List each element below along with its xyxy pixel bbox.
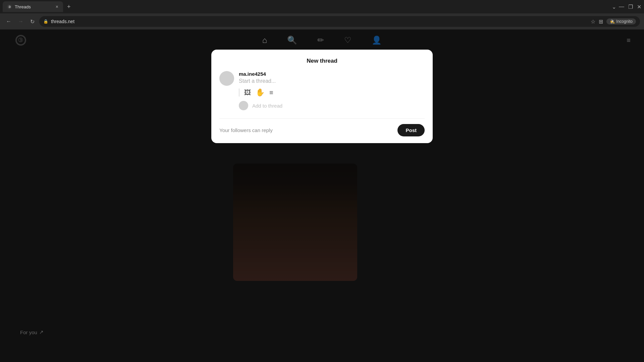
incognito-label: Incognito: [616, 19, 633, 24]
image-attach-icon[interactable]: 🖼: [244, 89, 251, 97]
modal-thread-content: ma.ine4254 Start a thread... 🖼 ✋ ≡ Add t…: [239, 71, 425, 110]
modal-backdrop: New thread ma.ine4254 Start a thread... …: [0, 29, 644, 362]
modal-footer: Your followers can reply Post: [219, 118, 425, 136]
extensions-icon[interactable]: ⊞: [599, 18, 603, 25]
close-window-button[interactable]: ✕: [637, 4, 641, 10]
back-button[interactable]: ←: [4, 17, 13, 26]
tab-close-button[interactable]: ×: [55, 3, 59, 10]
new-tab-button[interactable]: +: [64, 2, 73, 12]
reload-button[interactable]: ↻: [28, 17, 37, 26]
modal-thread-input[interactable]: Start a thread...: [239, 78, 425, 84]
address-bar-right: ☆ ⊞ 🕵 Incognito: [591, 18, 636, 25]
tab-favicon: ③: [7, 4, 12, 9]
reply-permission-text[interactable]: Your followers can reply: [219, 127, 273, 133]
active-tab[interactable]: ③ Threads ×: [3, 1, 63, 12]
incognito-icon: 🕵: [610, 19, 615, 24]
tab-list-button[interactable]: ⌄: [612, 4, 616, 10]
modal-post-button[interactable]: Post: [397, 124, 425, 136]
toolbar-divider: [239, 88, 239, 97]
gif-icon[interactable]: ✋: [256, 88, 265, 97]
app-content: ③ ⌂ 🔍 ✏ ♡ 👤 ≡ Start a thread... Post: [0, 29, 644, 362]
tab-right-controls: ⌄ — ❐ ✕: [612, 4, 641, 10]
forward-button[interactable]: →: [16, 17, 25, 26]
modal-user-avatar: [219, 71, 234, 86]
lock-icon: 🔒: [43, 19, 48, 24]
url-text: threads.net: [51, 19, 74, 24]
bookmark-icon[interactable]: ☆: [591, 18, 595, 25]
minimize-button[interactable]: —: [619, 4, 624, 10]
address-bar[interactable]: 🔒 threads.net ☆ ⊞ 🕵 Incognito: [39, 16, 640, 27]
modal-title: New thread: [219, 58, 425, 64]
more-options-toolbar-icon[interactable]: ≡: [269, 89, 273, 97]
small-avatar: [239, 101, 248, 110]
modal-username: ma.ine4254: [239, 71, 425, 77]
new-thread-modal: New thread ma.ine4254 Start a thread... …: [211, 50, 433, 143]
add-to-thread-text[interactable]: Add to thread: [252, 103, 282, 109]
address-bar-row: ← → ↻ 🔒 threads.net ☆ ⊞ 🕵 Incognito: [0, 13, 644, 29]
maximize-button[interactable]: ❐: [628, 4, 633, 10]
modal-toolbar: 🖼 ✋ ≡: [239, 88, 425, 97]
add-to-thread-row: Add to thread: [239, 100, 425, 110]
tab-title: Threads: [15, 4, 52, 9]
browser-chrome: ③ Threads × + ⌄ — ❐ ✕ ← → ↻ 🔒 threads.ne…: [0, 0, 644, 29]
modal-thread-row: ma.ine4254 Start a thread... 🖼 ✋ ≡ Add t…: [219, 71, 425, 110]
incognito-badge: 🕵 Incognito: [606, 18, 636, 24]
tab-bar: ③ Threads × + ⌄ — ❐ ✕: [0, 0, 644, 13]
